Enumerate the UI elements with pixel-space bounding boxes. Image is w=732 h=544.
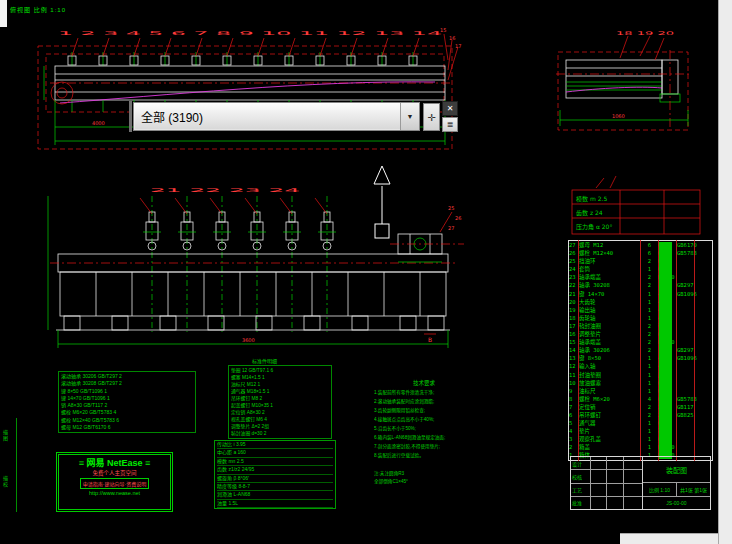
svg-text:25: 25 <box>448 205 454 211</box>
title-block: 设计 校核 工艺 批准 装配图 <box>570 456 711 510</box>
table-row: 垫圈 12 GB/T97.1 6 <box>231 367 329 374</box>
title-block-row: 设计 <box>571 457 642 470</box>
notes-title: 技术要求 <box>374 379 474 388</box>
toggle-pickadd-button[interactable]: ✛ <box>423 103 440 131</box>
table-row: 螺塞 M14×1.5 1 <box>231 374 329 381</box>
table-row: 定位销 A8×30 2 <box>231 409 329 416</box>
detail-table-title: 标准件明细 <box>252 357 277 364</box>
table-row: 销 A8×30 GB/T117 2 <box>61 402 193 409</box>
table-row: 精度等级 8-8-7 <box>217 483 333 491</box>
plan-dim: 4000 <box>92 120 105 126</box>
table-row: 通气器 M18×1.5 1 <box>231 388 329 395</box>
table-row: 中心距 a 160 <box>217 449 333 457</box>
crosshair-pickbox <box>375 224 389 238</box>
gear-parameter-table: 模数 m 2.5 齿数 z 24 压力角 α 20° <box>572 176 700 234</box>
note-line: 7.剖分面涂密封胶,不得使用垫片; <box>374 442 474 451</box>
frame-line <box>16 418 17 512</box>
technical-notes: 技术要求 1.装配前所有零件须清洗干净;2.滚动轴承装配时应涂润滑脂;3.齿轮副… <box>374 379 474 460</box>
note-line: 3.齿轮副侧隙用铅丝检查; <box>374 406 474 415</box>
parts-list-divider <box>694 240 695 461</box>
aux-balloon-row: 18 19 20 <box>616 30 674 36</box>
svg-text:16: 16 <box>449 35 455 41</box>
table-row: 起盖螺钉 M10×35 1 <box>231 402 329 409</box>
drawing-sheet: 共1张 第1张 <box>677 483 710 496</box>
quick-select-icon: ≣ <box>447 120 454 129</box>
svg-text:压力角 α 20°: 压力角 α 20° <box>576 223 612 231</box>
standard-parts-table: 滚动轴承 30206 GB/T297 2滚动轴承 30208 GB/T297 2… <box>58 371 196 433</box>
svg-text:齿数 z 24: 齿数 z 24 <box>576 209 603 217</box>
netease-watermark: ≡ 网易 NetEase ≡ 免费个人主页空间 申请指南·建站向导·资费说明 h… <box>56 452 173 512</box>
window-corner-sliver <box>0 0 7 27</box>
note-line: 2.滚动轴承装配时应涂润滑脂; <box>374 397 474 406</box>
note-line: 5.沿齿长不小于50%; <box>374 424 474 433</box>
title-block-row: 工艺 <box>571 484 642 497</box>
note-line: 8.装配后进行空载试验。 <box>374 451 474 460</box>
selection-filter-combobox[interactable]: 全部 (3190) ▼ <box>133 102 420 131</box>
note-line: 4.接触斑点沿齿高不小于40%; <box>374 415 474 424</box>
table-row: 滚动轴承 30208 GB/T297 2 <box>61 380 193 387</box>
margin-label: 描校 <box>2 476 9 488</box>
table-row: 键 8×50 GB/T1096 1 <box>61 388 193 395</box>
combo-dropdown-button[interactable]: ▼ <box>400 103 419 130</box>
chevron-down-icon: ▼ <box>407 113 414 120</box>
parts-list-divider <box>640 240 641 461</box>
table-row: 螺旋角 β 8°06′ <box>217 475 333 483</box>
drawing-name: 装配图 <box>643 457 710 483</box>
netease-title: ≡ 网易 NetEase ≡ <box>79 456 151 469</box>
section-arrow <box>374 166 390 224</box>
note-line: 全部倒角C1×45° <box>374 478 466 486</box>
margin-label: 描图 <box>2 430 9 442</box>
table-row: 传动比 i 3.95 <box>217 441 333 449</box>
palette-edge <box>129 101 132 132</box>
table-row: 螺栓 M12×40 GB/T5783 6 <box>61 417 193 424</box>
table-row: 螺母 M12 GB/T6170 6 <box>61 424 193 431</box>
svg-text:15: 15 <box>440 27 446 33</box>
cad-viewport[interactable]: 1 2 3 4 5 6 7 8 9 10 11 12 13 14 15 16 1… <box>0 0 732 544</box>
table-row: 模数 mn 2.5 <box>217 458 333 466</box>
table-row: 润滑油 L-AN68 <box>217 491 333 499</box>
status-note: 俯视图 比例 1:10 <box>10 5 66 14</box>
palette-close-button[interactable]: ✕ <box>442 101 458 116</box>
table-row: 油量 1.5L <box>217 500 333 508</box>
svg-text:27: 27 <box>448 225 454 231</box>
pickadd-icon: ✛ <box>427 112 435 123</box>
front-dim: 3600 <box>242 337 255 343</box>
plan-balloon-row: 1 2 3 4 5 6 7 8 9 10 11 12 13 14 <box>58 30 442 36</box>
aux-view: 18 19 20 1060 <box>556 30 692 130</box>
drawing-scale: 比例 1:10 <box>643 483 677 496</box>
parts-list-green-band <box>659 242 672 459</box>
aux-dim: 1060 <box>612 113 625 119</box>
front-balloon-row: 21 22 23 24 <box>150 187 300 193</box>
note-line: 6.箱内装L-AN68润滑油至规定油面; <box>374 433 474 442</box>
svg-text:17: 17 <box>455 43 461 49</box>
section-label: B <box>428 336 432 343</box>
table-row: 毡封油圈 d=30 2 <box>231 430 329 437</box>
table-row: 滚动轴承 30206 GB/T297 2 <box>61 373 193 380</box>
notes-footer: 注:未注圆角R3全部倒角C1×45° <box>374 470 466 486</box>
selection-filter-value: 全部 (3190) <box>134 108 400 125</box>
parts-list-divider <box>578 240 579 461</box>
table-row: 油标尺 M12 1 <box>231 381 329 388</box>
netease-url: http://www.nease.net <box>89 490 140 496</box>
table-row: 齿数 z1/z2 24/95 <box>217 466 333 474</box>
quick-select-button[interactable]: ≣ <box>442 117 458 132</box>
table-row: 键 14×70 GB/T1096 1 <box>61 395 193 402</box>
table-row: 调整垫片 Δ=2 2组 <box>231 423 329 430</box>
note-line: 1.装配前所有零件须清洗干净; <box>374 388 474 397</box>
parts-list-divider <box>676 240 677 461</box>
title-block-row: 校核 <box>571 470 642 483</box>
detail-table: 垫圈 12 GB/T97.1 6螺塞 M14×1.5 1油标尺 M12 1通气器… <box>228 365 332 439</box>
note-line: 注:未注圆角R3 <box>374 470 466 478</box>
front-view: 21 22 23 24 25 26 27 3600 B <box>48 187 464 348</box>
vertical-scrollbar[interactable] <box>718 0 732 544</box>
svg-text:模数 m 2.5: 模数 m 2.5 <box>576 195 607 203</box>
netease-subtitle: 免费个人主页空间 <box>92 469 136 477</box>
drawing-number: JS-00-00 <box>643 497 710 509</box>
table-row: 视孔盖螺钉 M6 4 <box>231 416 329 423</box>
table-row: 吊环螺钉 M8 2 <box>231 395 329 402</box>
table-row: 螺栓 M6×20 GB/T5783 4 <box>61 409 193 416</box>
spec-table: 传动比 i 3.95中心距 a 160模数 mn 2.5齿数 z1/z2 24/… <box>214 440 336 509</box>
horizontal-scrollbar[interactable] <box>620 533 718 544</box>
svg-text:26: 26 <box>455 215 461 221</box>
netease-inner-box: 申请指南·建站向导·资费说明 <box>80 478 149 489</box>
